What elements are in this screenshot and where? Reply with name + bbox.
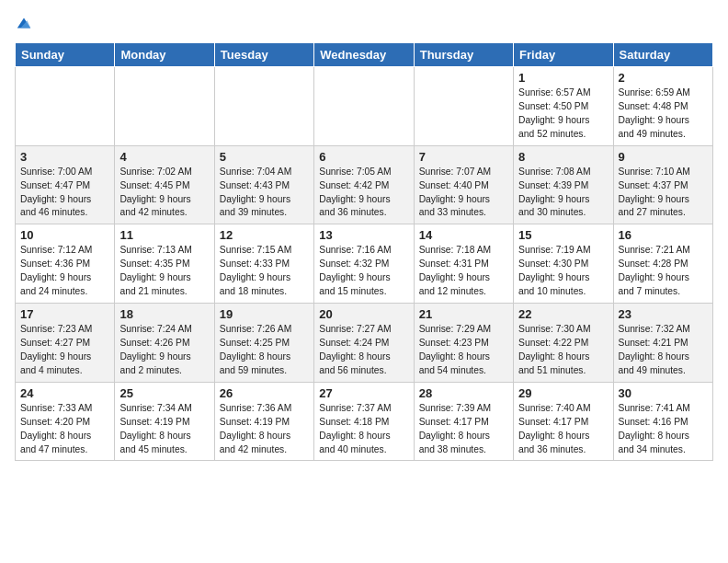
- calendar-cell: 27Sunrise: 7:37 AM Sunset: 4:18 PM Dayli…: [314, 382, 414, 461]
- calendar-header-sunday: Sunday: [16, 43, 115, 67]
- calendar-cell: [214, 67, 313, 146]
- calendar-cell: [414, 67, 513, 146]
- calendar-cell: 17Sunrise: 7:23 AM Sunset: 4:27 PM Dayli…: [16, 304, 115, 383]
- calendar-cell: 19Sunrise: 7:26 AM Sunset: 4:25 PM Dayli…: [214, 304, 313, 383]
- day-info: Sunrise: 7:13 AM Sunset: 4:35 PM Dayligh…: [119, 244, 209, 299]
- calendar-cell: [16, 67, 115, 146]
- day-number: 16: [619, 228, 708, 242]
- logo: [15, 15, 33, 31]
- day-info: Sunrise: 7:02 AM Sunset: 4:45 PM Dayligh…: [119, 166, 209, 221]
- calendar-cell: 20Sunrise: 7:27 AM Sunset: 4:24 PM Dayli…: [314, 304, 414, 383]
- calendar-cell: 14Sunrise: 7:18 AM Sunset: 4:31 PM Dayli…: [414, 224, 513, 304]
- day-number: 29: [518, 386, 608, 400]
- calendar-cell: 21Sunrise: 7:29 AM Sunset: 4:23 PM Dayli…: [414, 304, 513, 383]
- day-info: Sunrise: 7:27 AM Sunset: 4:24 PM Dayligh…: [319, 323, 408, 378]
- day-info: Sunrise: 6:59 AM Sunset: 4:48 PM Dayligh…: [619, 86, 708, 142]
- day-number: 28: [419, 386, 508, 400]
- calendar-cell: 11Sunrise: 7:13 AM Sunset: 4:35 PM Dayli…: [115, 224, 214, 304]
- calendar-cell: 16Sunrise: 7:21 AM Sunset: 4:28 PM Dayli…: [613, 224, 712, 304]
- day-info: Sunrise: 7:36 AM Sunset: 4:19 PM Dayligh…: [220, 402, 309, 457]
- day-info: Sunrise: 6:57 AM Sunset: 4:50 PM Dayligh…: [518, 86, 608, 142]
- day-number: 13: [319, 228, 408, 242]
- day-number: 2: [619, 71, 708, 85]
- day-number: 14: [419, 228, 508, 242]
- day-info: Sunrise: 7:12 AM Sunset: 4:36 PM Dayligh…: [20, 244, 109, 299]
- calendar-cell: 12Sunrise: 7:15 AM Sunset: 4:33 PM Dayli…: [214, 224, 313, 304]
- calendar-cell: 15Sunrise: 7:19 AM Sunset: 4:30 PM Dayli…: [514, 224, 613, 304]
- calendar-cell: 5Sunrise: 7:04 AM Sunset: 4:43 PM Daylig…: [214, 145, 313, 224]
- page-header: [15, 15, 713, 31]
- day-number: 23: [619, 307, 708, 321]
- day-info: Sunrise: 7:30 AM Sunset: 4:22 PM Dayligh…: [518, 323, 608, 378]
- calendar-cell: [115, 67, 214, 146]
- day-info: Sunrise: 7:16 AM Sunset: 4:32 PM Dayligh…: [319, 244, 408, 299]
- calendar-cell: 7Sunrise: 7:07 AM Sunset: 4:40 PM Daylig…: [414, 145, 513, 224]
- calendar-cell: 9Sunrise: 7:10 AM Sunset: 4:37 PM Daylig…: [613, 145, 712, 224]
- calendar-cell: 30Sunrise: 7:41 AM Sunset: 4:16 PM Dayli…: [613, 382, 712, 461]
- day-number: 7: [419, 150, 508, 164]
- calendar-cell: 23Sunrise: 7:32 AM Sunset: 4:21 PM Dayli…: [613, 304, 712, 383]
- day-number: 5: [220, 150, 309, 164]
- calendar-week-2: 3Sunrise: 7:00 AM Sunset: 4:47 PM Daylig…: [16, 145, 713, 224]
- calendar-cell: 8Sunrise: 7:08 AM Sunset: 4:39 PM Daylig…: [514, 145, 613, 224]
- day-info: Sunrise: 7:07 AM Sunset: 4:40 PM Dayligh…: [419, 166, 508, 221]
- calendar-week-4: 17Sunrise: 7:23 AM Sunset: 4:27 PM Dayli…: [16, 304, 713, 383]
- day-number: 18: [119, 307, 209, 321]
- day-number: 19: [220, 307, 309, 321]
- day-number: 9: [619, 150, 708, 164]
- calendar-cell: 22Sunrise: 7:30 AM Sunset: 4:22 PM Dayli…: [514, 304, 613, 383]
- day-info: Sunrise: 7:05 AM Sunset: 4:42 PM Dayligh…: [319, 166, 408, 221]
- calendar-week-3: 10Sunrise: 7:12 AM Sunset: 4:36 PM Dayli…: [16, 224, 713, 304]
- calendar-cell: [314, 67, 414, 146]
- day-info: Sunrise: 7:10 AM Sunset: 4:37 PM Dayligh…: [619, 166, 708, 221]
- calendar-week-1: 1Sunrise: 6:57 AM Sunset: 4:50 PM Daylig…: [16, 67, 713, 146]
- day-info: Sunrise: 7:34 AM Sunset: 4:19 PM Dayligh…: [119, 402, 209, 457]
- day-number: 6: [319, 150, 408, 164]
- day-number: 15: [518, 228, 608, 242]
- day-number: 17: [20, 307, 109, 321]
- day-info: Sunrise: 7:37 AM Sunset: 4:18 PM Dayligh…: [319, 402, 408, 457]
- day-info: Sunrise: 7:08 AM Sunset: 4:39 PM Dayligh…: [518, 166, 608, 221]
- day-info: Sunrise: 7:00 AM Sunset: 4:47 PM Dayligh…: [20, 166, 109, 221]
- calendar-cell: 25Sunrise: 7:34 AM Sunset: 4:19 PM Dayli…: [115, 382, 214, 461]
- logo-icon: [16, 15, 32, 31]
- day-info: Sunrise: 7:33 AM Sunset: 4:20 PM Dayligh…: [20, 402, 109, 457]
- day-info: Sunrise: 7:21 AM Sunset: 4:28 PM Dayligh…: [619, 244, 708, 299]
- day-info: Sunrise: 7:18 AM Sunset: 4:31 PM Dayligh…: [419, 244, 508, 299]
- calendar-cell: 4Sunrise: 7:02 AM Sunset: 4:45 PM Daylig…: [115, 145, 214, 224]
- calendar-week-5: 24Sunrise: 7:33 AM Sunset: 4:20 PM Dayli…: [16, 382, 713, 461]
- calendar-cell: 26Sunrise: 7:36 AM Sunset: 4:19 PM Dayli…: [214, 382, 313, 461]
- calendar-cell: 2Sunrise: 6:59 AM Sunset: 4:48 PM Daylig…: [613, 67, 712, 146]
- day-number: 25: [119, 386, 209, 400]
- calendar-header-friday: Friday: [514, 43, 613, 67]
- day-number: 10: [20, 228, 109, 242]
- day-info: Sunrise: 7:23 AM Sunset: 4:27 PM Dayligh…: [20, 323, 109, 378]
- day-number: 4: [119, 150, 209, 164]
- day-number: 1: [518, 71, 608, 85]
- day-info: Sunrise: 7:15 AM Sunset: 4:33 PM Dayligh…: [220, 244, 309, 299]
- calendar-table: SundayMondayTuesdayWednesdayThursdayFrid…: [15, 42, 713, 461]
- calendar-cell: 29Sunrise: 7:40 AM Sunset: 4:17 PM Dayli…: [514, 382, 613, 461]
- calendar-cell: 18Sunrise: 7:24 AM Sunset: 4:26 PM Dayli…: [115, 304, 214, 383]
- calendar-header-saturday: Saturday: [613, 43, 712, 67]
- day-info: Sunrise: 7:40 AM Sunset: 4:17 PM Dayligh…: [518, 402, 608, 457]
- day-info: Sunrise: 7:39 AM Sunset: 4:17 PM Dayligh…: [419, 402, 508, 457]
- calendar-cell: 13Sunrise: 7:16 AM Sunset: 4:32 PM Dayli…: [314, 224, 414, 304]
- calendar-cell: 6Sunrise: 7:05 AM Sunset: 4:42 PM Daylig…: [314, 145, 414, 224]
- day-number: 3: [20, 150, 109, 164]
- day-info: Sunrise: 7:19 AM Sunset: 4:30 PM Dayligh…: [518, 244, 608, 299]
- day-info: Sunrise: 7:04 AM Sunset: 4:43 PM Dayligh…: [220, 166, 309, 221]
- calendar-header-wednesday: Wednesday: [314, 43, 414, 67]
- calendar-cell: 28Sunrise: 7:39 AM Sunset: 4:17 PM Dayli…: [414, 382, 513, 461]
- day-number: 26: [220, 386, 309, 400]
- day-info: Sunrise: 7:41 AM Sunset: 4:16 PM Dayligh…: [619, 402, 708, 457]
- calendar-cell: 1Sunrise: 6:57 AM Sunset: 4:50 PM Daylig…: [514, 67, 613, 146]
- calendar-body: 1Sunrise: 6:57 AM Sunset: 4:50 PM Daylig…: [16, 67, 713, 461]
- day-number: 22: [518, 307, 608, 321]
- day-number: 8: [518, 150, 608, 164]
- calendar-header-monday: Monday: [115, 43, 214, 67]
- calendar-cell: 3Sunrise: 7:00 AM Sunset: 4:47 PM Daylig…: [16, 145, 115, 224]
- day-number: 20: [319, 307, 408, 321]
- day-info: Sunrise: 7:26 AM Sunset: 4:25 PM Dayligh…: [220, 323, 309, 378]
- day-number: 21: [419, 307, 508, 321]
